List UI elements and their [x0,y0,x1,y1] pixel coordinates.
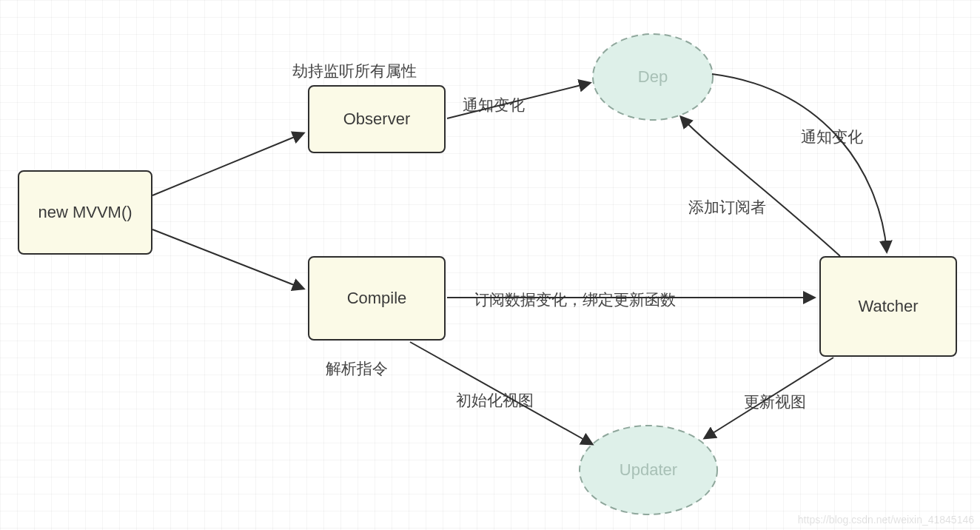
node-observer: Observer [308,85,446,153]
label-notify2: 通知变化 [801,127,863,147]
node-dep-label: Dep [638,67,668,87]
watermark: https://blog.csdn.net/weixin_41845146 [798,514,974,526]
node-updater-label: Updater [620,460,677,480]
node-watcher: Watcher [819,256,957,357]
label-initview: 初始化视图 [456,390,534,411]
label-notify1: 通知变化 [463,95,525,115]
node-observer-label: Observer [343,110,410,129]
node-dep: Dep [593,34,713,120]
node-updater: Updater [580,426,717,514]
label-parse: 解析指令 [326,358,388,379]
node-watcher-label: Watcher [858,297,918,316]
node-mvvm: new MVVM() [18,170,152,255]
label-intercept: 劫持监听所有属性 [292,61,417,81]
node-compile: Compile [308,256,446,341]
label-subscribe: 订阅数据变化，绑定更新函数 [474,289,676,310]
label-updateview: 更新视图 [744,392,806,412]
node-compile-label: Compile [347,289,407,308]
label-addsub: 添加订阅者 [688,197,766,218]
node-mvvm-label: new MVVM() [38,203,132,222]
